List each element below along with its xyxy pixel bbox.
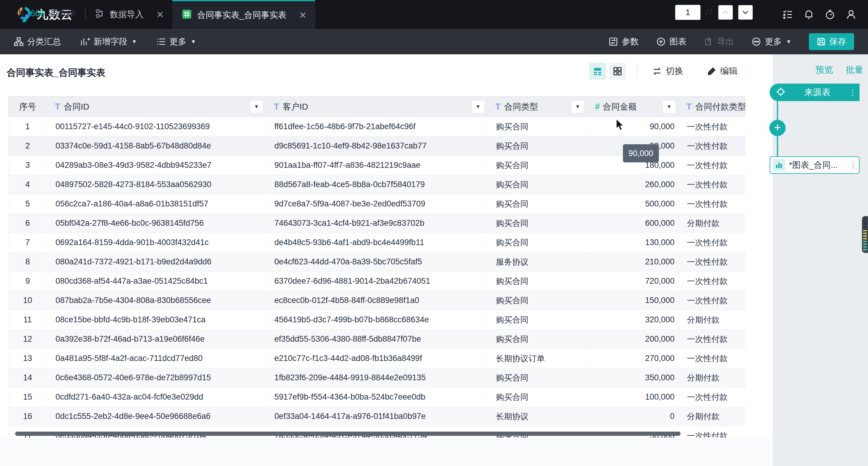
source-table-node[interactable]: 来源表 ⋮ — [770, 84, 860, 101]
table-row[interactable]: 404897502-5828-4273-8184-553aa056293088d… — [8, 175, 745, 194]
filter-dropdown-button[interactable]: ▼ — [472, 101, 484, 113]
cell-customer_id: ff61dfee-1c56-48b6-9f7b-21abef64c96f — [266, 117, 488, 136]
cell-customer_id: 0e4cf623-44dd-470a-8a39-5bc705c5faf5 — [266, 252, 488, 271]
target-icon — [776, 87, 786, 98]
table-row[interactable]: 10087bab2a-7b5e-4304-808a-830b68556ceeec… — [8, 291, 745, 310]
cell-contract_id: 0a392e38-b72f-46ad-b713-a19e06f6f46e — [47, 330, 266, 349]
text-type-icon: T — [495, 102, 501, 112]
title-row: 合同事实表_合同事实表 切换 编辑 — [0, 54, 773, 96]
cell-amount: 100,000 — [587, 387, 679, 407]
text-type-icon: T — [55, 102, 60, 112]
more-button-right[interactable]: 更多 ▼ — [751, 36, 791, 48]
table-row[interactable]: 160dc1c555-2eb2-4d8e-9ee4-50e96688e6a60e… — [8, 407, 745, 426]
grid-view-toggle[interactable] — [609, 63, 626, 80]
cell-amount: 130,000 — [587, 233, 679, 252]
tab-contract-sheet[interactable]: 合同事实表_合同事实表 ✕ — [172, 0, 315, 29]
switch-button[interactable]: 切换 — [652, 63, 683, 80]
add-step-button[interactable]: + — [769, 120, 785, 136]
button-label: 切换 — [666, 65, 683, 77]
batch-link[interactable]: 批量 — [846, 64, 863, 76]
column-header-contract_type[interactable]: T合同类型▼ — [488, 96, 587, 117]
status-bar — [0, 439, 773, 466]
cell-payment_type: 一次性付款 — [679, 156, 745, 175]
column-header-seq[interactable]: 序号 — [8, 96, 47, 117]
table-row[interactable]: 70692a164-8159-4dda-901b-4003f432d41cde4… — [8, 233, 745, 252]
column-header-payment_type[interactable]: T合同付款类型 — [679, 96, 745, 117]
cell-customer_id: 88d567a8-feab-4ce5-8b8a-0cb7f5840179 — [266, 175, 488, 194]
column-label: 合同ID — [64, 101, 89, 113]
table-view-toggle[interactable] — [589, 63, 606, 80]
save-button[interactable]: 保存 — [809, 33, 854, 50]
filter-dropdown-button[interactable]: ▼ — [663, 101, 675, 113]
filter-dropdown-button[interactable]: ▼ — [250, 101, 262, 113]
cell-payment_type: 一次性付款 — [679, 252, 745, 271]
cell-contract_id: 00115727-e145-44c0-9102-110523699369 — [47, 117, 266, 136]
number-type-icon: # — [595, 102, 599, 112]
cell-contract_id: 0c6e4368-0572-40e6-978e-de72b8997d15 — [47, 368, 266, 387]
table-row[interactable]: 150cdfd271-6a40-432a-ac04-fcf0e3e029dd59… — [8, 387, 745, 407]
next-page-button[interactable] — [738, 5, 753, 20]
tasklist-icon[interactable] — [782, 9, 793, 20]
mouse-cursor — [615, 118, 627, 133]
toolbar: 分类汇总 新增字段 ▼ 更多 ▼ 参数 图表 — [0, 29, 868, 54]
page-number-input[interactable]: 1 — [675, 5, 701, 20]
cell-contract_id: 03374c0e-59d1-4158-8ab5-67b48d80d84e — [47, 136, 266, 155]
cell-customer_id: 9d7ce8a7-5f9a-4087-be3e-2ed0edf53709 — [266, 194, 488, 213]
timer-icon[interactable] — [825, 9, 835, 20]
add-field-button[interactable]: 新增字段 ▼ — [80, 36, 137, 48]
cell-contract_id: 080a241d-7372-4921-b171-b9ed2d4a9dd6 — [47, 252, 266, 271]
flow-minimap-scrollbar[interactable] — [862, 216, 868, 253]
table-row[interactable]: 130a481a95-5f8f-4a2f-acac-711dcd77ed80e2… — [8, 349, 745, 368]
total-count: 668 — [30, 8, 45, 19]
more-button-left[interactable]: 更多 ▼ — [156, 36, 196, 48]
minimap-segment — [863, 230, 867, 241]
table-row[interactable]: 5056c2ca7-a186-40a4-a8a6-01b38151df579d7… — [8, 194, 745, 214]
column-label: 序号 — [19, 101, 36, 113]
table-row[interactable]: 9080cd368-af54-447a-a3ae-051425c84bc1637… — [8, 272, 745, 291]
edit-button[interactable]: 编辑 — [707, 63, 738, 80]
cell-seq: 10 — [8, 291, 47, 310]
button-label: 分类汇总 — [27, 36, 61, 48]
table-row[interactable]: 120a392e38-b72f-46ad-b713-a19e06f6f46eef… — [8, 330, 745, 349]
export-button[interactable]: 导出 — [704, 36, 734, 48]
column-label: 合同类型 — [504, 101, 538, 113]
kebab-menu-icon[interactable]: ⋮ — [849, 163, 855, 167]
preview-link[interactable]: 预览 — [815, 64, 833, 76]
cell-payment_type: 分期付款 — [679, 214, 745, 233]
table-row[interactable]: 605bf042a-27f8-4e66-bc0c-9638145fd756746… — [8, 214, 745, 233]
table-row[interactable]: 8080a241d-7372-4921-b171-b9ed2d4a9dd60e4… — [8, 252, 745, 272]
group-summary-button[interactable]: 分类汇总 — [14, 36, 61, 48]
button-label: 新增字段 — [94, 36, 127, 48]
kebab-menu-icon[interactable]: ⋮ — [849, 91, 855, 94]
cell-contract_type: 购买合同 — [488, 156, 587, 175]
tab-data-import[interactable]: 数据导入 ✕ — [86, 0, 172, 29]
cell-amount: 720,000 — [587, 272, 679, 291]
cell-seq: 3 — [8, 156, 47, 175]
chart-button[interactable]: 图表 — [656, 36, 686, 48]
table-row[interactable]: 100115727-e145-44c0-9102-110523699369ff6… — [8, 117, 745, 136]
row-count-status: 共 668 条数据 — [17, 7, 76, 19]
column-header-contract_id[interactable]: T合同ID▼ — [47, 96, 266, 117]
bell-icon[interactable] — [803, 9, 814, 20]
cell-amount: 150,000 — [587, 291, 679, 310]
filter-dropdown-button[interactable]: ▼ — [571, 101, 584, 113]
prev-page-button[interactable] — [718, 5, 733, 20]
close-icon[interactable]: ✕ — [299, 10, 307, 21]
params-button[interactable]: 参数 — [609, 36, 639, 48]
divider — [637, 65, 638, 78]
user-icon[interactable] — [846, 9, 857, 20]
column-header-amount[interactable]: #合同金额▼ — [587, 96, 679, 117]
table-row[interactable]: 1108ce15be-bbfd-4c9b-b18f-39eb03e471ca45… — [8, 310, 745, 330]
chart-node[interactable]: *图表_合同... ⋮ — [770, 156, 860, 174]
caret-down-icon: ▼ — [132, 39, 137, 45]
horizontal-scrollbar[interactable] — [15, 432, 681, 436]
column-header-customer_id[interactable]: T客户ID▼ — [266, 96, 488, 117]
cell-contract_id: 0a481a95-5f8f-4a2f-acac-711dcd77ed80 — [47, 349, 266, 368]
cell-payment_type: 一次性付款 — [679, 387, 745, 407]
button-label: 更多 — [169, 36, 187, 48]
cell-contract_id: 080cd368-af54-447a-a3ae-051425c84bc1 — [47, 272, 266, 291]
table-row[interactable]: 140c6e4368-0572-40e6-978e-de72b8997d151f… — [8, 368, 745, 387]
close-icon[interactable]: ✕ — [156, 9, 164, 20]
cell-seq: 8 — [8, 252, 47, 271]
cell-contract_type: 购买合同 — [488, 368, 587, 387]
